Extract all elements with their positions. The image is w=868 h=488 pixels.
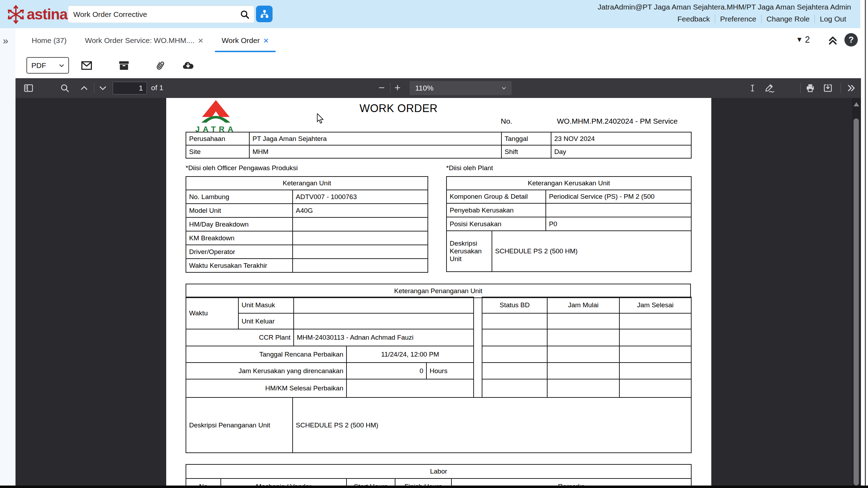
document-page: JATRA WORK ORDER No. WO.MHM.PM.2402024 -… <box>166 98 711 486</box>
toolbar-divider <box>94 83 94 93</box>
top-nav-links: Feedback Preference Change Role Log Out <box>673 15 851 23</box>
labor-header-mechanic: Mechanic / Vendor <box>221 478 346 486</box>
scrollbar-thumb[interactable] <box>854 118 859 486</box>
page-number-input[interactable] <box>113 82 147 94</box>
unit-row-label: Driver/Operator <box>186 245 293 259</box>
unit-row-label: Model Unit <box>186 204 293 217</box>
unit-row-label: KM Breakdown <box>186 231 293 245</box>
tab-home[interactable]: Home (37) <box>23 28 76 53</box>
status-cell <box>547 313 619 329</box>
cloud-download-icon <box>182 59 194 72</box>
plan-hours-unit: Hours <box>426 363 474 379</box>
collapse-all-button[interactable] <box>826 34 839 48</box>
format-select[interactable]: PDF <box>26 57 69 74</box>
unit-table: Keterangan Unit No. LambungADTV007 - 100… <box>186 176 428 273</box>
plan-hours-value: 0 <box>346 363 426 379</box>
status-cell <box>482 346 547 363</box>
hmkm-label: HM/KM Selesai Perbaikan <box>186 379 346 397</box>
chevron-down-icon <box>98 83 108 93</box>
search-icon <box>60 83 70 93</box>
tab-count-dropdown[interactable]: ▼ 2 <box>796 35 810 45</box>
save-button[interactable] <box>823 83 833 93</box>
org-structure-button[interactable] <box>256 6 273 22</box>
sitemap-icon <box>260 9 269 19</box>
action-toolbar: PDF <box>15 53 868 78</box>
damage-desc-label: Deskripsi Kerusakan Unit <box>447 231 492 272</box>
tab-work-order-service[interactable]: Work Order Service: WO.MHM.... × <box>76 28 212 53</box>
window-edge <box>865 0 866 488</box>
zoom-out-button[interactable]: − <box>379 81 385 94</box>
draw-annotation-button[interactable] <box>764 83 775 93</box>
print-button[interactable] <box>805 83 816 93</box>
info-label: Tanggal <box>501 132 551 145</box>
change-role-link[interactable]: Change Role <box>762 15 815 23</box>
unit-keluar-label: Unit Keluar <box>238 313 294 329</box>
search-input[interactable] <box>68 10 236 19</box>
double-chevron-up-icon <box>826 34 839 47</box>
labor-header-no: No <box>186 478 221 486</box>
archive-button[interactable] <box>118 59 130 72</box>
window-bottom-edge <box>0 486 868 488</box>
chevron-up-icon <box>79 83 89 93</box>
info-value: MHM <box>249 145 501 158</box>
status-cell <box>619 346 691 363</box>
search-button[interactable] <box>236 6 254 22</box>
more-tools-button[interactable] <box>846 83 856 93</box>
feedback-link[interactable]: Feedback <box>673 15 715 23</box>
status-cell <box>482 329 547 346</box>
sidebar-expand-icon[interactable]: » <box>3 36 8 46</box>
chevron-down-icon <box>501 85 507 91</box>
handling-desc-table: Deskripsi Penanganan Unit SCHEDULE PS 2 … <box>186 397 692 453</box>
help-icon: ? <box>849 35 854 45</box>
scroll-up-arrow-icon[interactable] <box>854 102 859 106</box>
info-label: Shift <box>501 145 551 158</box>
handling-status-table: Status BD Jam Mulai Jam Selesai <box>482 297 692 398</box>
active-tab-underline <box>215 51 276 52</box>
toolbar-divider <box>390 83 391 93</box>
preference-link[interactable]: Preference <box>715 15 761 23</box>
text-selection-button[interactable] <box>747 83 758 93</box>
logout-link[interactable]: Log Out <box>815 15 851 23</box>
next-page-button[interactable] <box>98 83 108 93</box>
download-cloud-button[interactable] <box>182 59 194 72</box>
attachment-button[interactable] <box>154 59 167 72</box>
handling-table-header: Keterangan Penanganan Unit <box>186 284 691 298</box>
status-cell <box>547 329 619 346</box>
help-button[interactable]: ? <box>844 33 858 47</box>
search-icon <box>239 9 250 20</box>
left-sidebar-strip: » <box>0 28 15 486</box>
unit-row-value <box>293 245 428 259</box>
tab-close-icon[interactable]: × <box>263 36 269 45</box>
zoom-in-button[interactable]: + <box>394 81 401 94</box>
officer-note: *Diisi oleh Officer Pengawas Produksi <box>186 164 298 172</box>
damage-row-label: Penyebab Kerusakan <box>447 203 546 217</box>
envelope-icon <box>81 60 93 72</box>
top-header: astina JatraAdmin@PT Jaga Aman Sejahtera… <box>0 0 860 28</box>
labor-header-finish: Finish Hours <box>395 478 451 486</box>
tab-close-icon[interactable]: × <box>198 36 203 45</box>
handling-desc-value: SCHEDULE PS 2 (500 HM) <box>293 397 691 453</box>
labor-table: Labor No Mechanic / Vendor Start Hours F… <box>186 464 692 486</box>
status-cell <box>482 379 547 397</box>
unit-masuk-value <box>294 297 474 313</box>
pdf-toolbar: of 1 − + 110% <box>15 78 861 98</box>
mouse-cursor <box>316 113 325 124</box>
snowflake-icon <box>6 4 26 25</box>
previous-page-button[interactable] <box>79 83 89 93</box>
zoom-level-select[interactable]: 110% <box>410 81 512 95</box>
email-button[interactable] <box>80 59 93 72</box>
unit-row-value: ADTV007 - 1000763 <box>293 190 428 204</box>
pdf-search-button[interactable] <box>60 83 70 93</box>
status-cell <box>619 329 691 346</box>
tab-work-order[interactable]: Work Order × <box>213 28 278 53</box>
tabs: Home (37) Work Order Service: WO.MHM....… <box>23 28 278 53</box>
unit-row-label: HM/Day Breakdown <box>186 217 293 231</box>
wo-number-value: WO.MHM.PM.2402024 - PM Service <box>543 117 691 125</box>
status-cell <box>547 379 619 397</box>
caret-down-icon: ▼ <box>796 36 803 44</box>
damage-row-value <box>546 203 691 217</box>
info-label: Site <box>186 145 249 158</box>
toggle-sidebar-button[interactable] <box>23 83 34 93</box>
labor-title: Labor <box>186 464 691 478</box>
tab-label: Home (37) <box>32 36 67 45</box>
